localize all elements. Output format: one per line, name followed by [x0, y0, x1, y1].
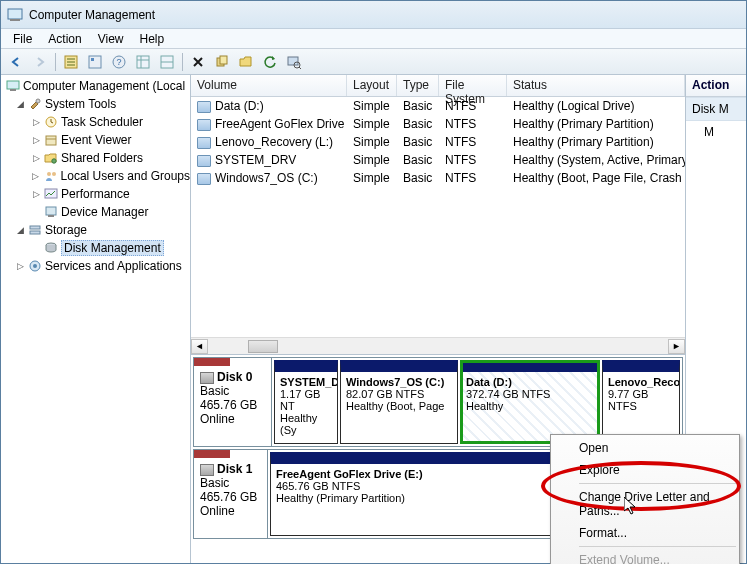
ctx-separator [579, 546, 736, 547]
view-button-2[interactable] [156, 51, 178, 73]
partition-size: 82.07 GB NTFS [346, 388, 452, 400]
expand-icon[interactable]: ▷ [31, 171, 41, 181]
tree-local-users[interactable]: ▷ Local Users and Groups [1, 167, 190, 185]
collapse-icon[interactable]: ◢ [15, 225, 25, 235]
partition[interactable]: Data (D:)372.74 GB NTFSHealthy [460, 360, 600, 444]
volume-row[interactable]: Data (D:)SimpleBasicNTFSHealthy (Logical… [191, 97, 685, 115]
volume-row[interactable]: Lenovo_Recovery (L:)SimpleBasicNTFSHealt… [191, 133, 685, 151]
menu-help[interactable]: Help [132, 30, 173, 48]
volume-layout: Simple [347, 171, 397, 185]
tree-device-manager[interactable]: ▷ Device Manager [1, 203, 190, 221]
partition-status: Healthy (Boot, Page [346, 400, 452, 412]
expand-icon[interactable]: ▷ [31, 117, 41, 127]
event-icon [43, 132, 59, 148]
horizontal-scrollbar[interactable]: ◄ ► [191, 337, 685, 354]
volume-status: Healthy (Logical Drive) [507, 99, 685, 113]
volume-layout: Simple [347, 153, 397, 167]
tree-system-tools[interactable]: ◢ System Tools [1, 95, 190, 113]
volume-fs: NTFS [439, 135, 507, 149]
partition[interactable]: SYSTEM_D1.17 GB NTHealthy (Sy [274, 360, 338, 444]
expand-icon[interactable]: ▷ [15, 261, 25, 271]
volume-status: Healthy (Boot, Page File, Crash Dump, [507, 171, 685, 185]
tree-root[interactable]: Computer Management (Local [1, 77, 190, 95]
tree-storage[interactable]: ◢ Storage [1, 221, 190, 239]
svg-rect-25 [30, 226, 40, 229]
tools-icon [27, 96, 43, 112]
nav-tree[interactable]: Computer Management (Local ◢ System Tool… [1, 75, 191, 563]
partition-size: 9.77 GB NTFS [608, 388, 674, 412]
volume-type: Basic [397, 99, 439, 113]
scroll-track[interactable] [208, 339, 668, 354]
partition-status: Healthy [466, 400, 594, 412]
view-button-1[interactable] [132, 51, 154, 73]
back-button[interactable] [5, 51, 27, 73]
volume-row[interactable]: FreeAgent GoFlex Drive (E:)SimpleBasicNT… [191, 115, 685, 133]
refresh-button[interactable] [259, 51, 281, 73]
menubar: File Action View Help [1, 29, 746, 49]
tree-disk-management[interactable]: ▷ Disk Management [1, 239, 190, 257]
volume-row[interactable]: Windows7_OS (C:)SimpleBasicNTFSHealthy (… [191, 169, 685, 187]
performance-icon [43, 186, 59, 202]
settings-button[interactable] [211, 51, 233, 73]
svg-text:?: ? [116, 57, 121, 67]
open-button[interactable] [235, 51, 257, 73]
collapse-icon[interactable]: ◢ [15, 99, 25, 109]
col-fs[interactable]: File System [439, 75, 507, 96]
disk-info[interactable]: Disk 0Basic465.76 GBOnline [194, 358, 272, 446]
volume-fs: NTFS [439, 99, 507, 113]
ctx-format[interactable]: Format... [553, 522, 737, 544]
menu-action[interactable]: Action [40, 30, 89, 48]
delete-button[interactable] [187, 51, 209, 73]
tree-shared-folders[interactable]: ▷ Shared Folders [1, 149, 190, 167]
ctx-open[interactable]: Open [553, 437, 737, 459]
expand-icon[interactable]: ▷ [31, 153, 41, 163]
expand-icon[interactable]: ▷ [31, 189, 41, 199]
svg-rect-14 [7, 81, 19, 89]
svg-rect-11 [288, 57, 298, 65]
svg-rect-0 [8, 9, 22, 19]
svg-rect-15 [10, 89, 16, 91]
partition-status: Healthy (Sy [280, 412, 332, 436]
find-button[interactable] [283, 51, 305, 73]
col-volume[interactable]: Volume [191, 75, 347, 96]
volume-type: Basic [397, 135, 439, 149]
toolbar: ? [1, 49, 746, 75]
tree-event-viewer[interactable]: ▷ Event Viewer [1, 131, 190, 149]
tree-performance[interactable]: ▷ Performance [1, 185, 190, 203]
disk-info[interactable]: Disk 1Basic465.76 GBOnline [194, 450, 268, 538]
partition[interactable]: Lenovo_Recove9.77 GB NTFS [602, 360, 680, 444]
volume-type: Basic [397, 153, 439, 167]
disk-state: Online [200, 504, 261, 518]
properties-button[interactable] [84, 51, 106, 73]
expand-icon[interactable]: ▷ [31, 135, 41, 145]
col-status[interactable]: Status [507, 75, 685, 96]
tree-task-scheduler[interactable]: ▷ Task Scheduler [1, 113, 190, 131]
actions-item-more[interactable]: M [686, 121, 746, 143]
forward-button[interactable] [29, 51, 51, 73]
menu-view[interactable]: View [90, 30, 132, 48]
svg-line-13 [299, 67, 301, 69]
help-button[interactable]: ? [108, 51, 130, 73]
col-layout[interactable]: Layout [347, 75, 397, 96]
actions-item-disk[interactable]: Disk M [686, 97, 746, 121]
col-type[interactable]: Type [397, 75, 439, 96]
computer-management-window: Computer Management File Action View Hel… [0, 0, 747, 564]
svg-rect-23 [46, 207, 56, 215]
scroll-thumb[interactable] [248, 340, 278, 353]
disk-size: 465.76 GB [200, 490, 261, 504]
partition[interactable]: Windows7_OS (C:)82.07 GB NTFSHealthy (Bo… [340, 360, 458, 444]
scroll-right-button[interactable]: ► [668, 339, 685, 354]
volume-type: Basic [397, 171, 439, 185]
partition-name: Lenovo_Recove [608, 376, 674, 388]
volume-list[interactable]: Volume Layout Type File System Status Da… [191, 75, 685, 355]
ctx-change-letter[interactable]: Change Drive Letter and Paths... [553, 486, 737, 522]
svg-rect-18 [46, 136, 56, 145]
ctx-explore[interactable]: Explore [553, 459, 737, 481]
tree-services[interactable]: ▷ Services and Applications [1, 257, 190, 275]
scroll-left-button[interactable]: ◄ [191, 339, 208, 354]
svg-point-21 [52, 172, 56, 176]
show-hide-tree-button[interactable] [60, 51, 82, 73]
menu-file[interactable]: File [5, 30, 40, 48]
volume-row[interactable]: SYSTEM_DRVSimpleBasicNTFSHealthy (System… [191, 151, 685, 169]
disk-type: Basic [200, 384, 265, 398]
